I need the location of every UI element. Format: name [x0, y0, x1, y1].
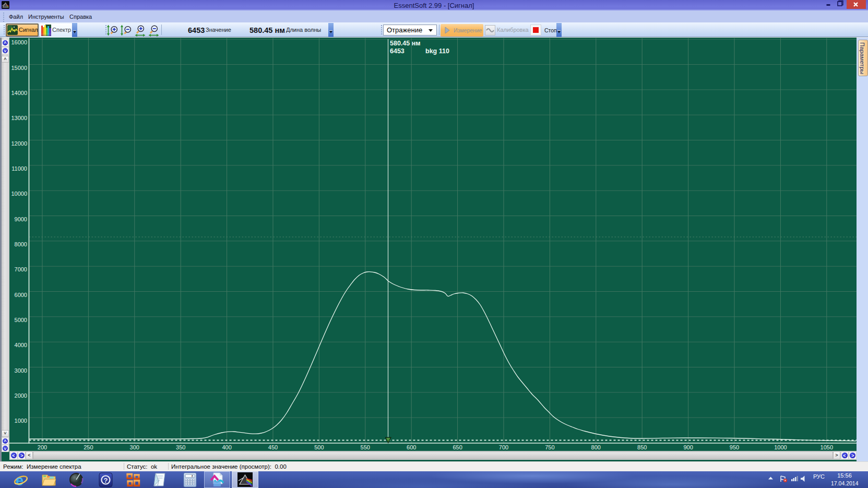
svg-text:11000: 11000 — [11, 165, 27, 172]
svg-text:10000: 10000 — [11, 191, 27, 197]
svg-text:600: 600 — [407, 444, 416, 450]
svg-text:e: e — [16, 473, 23, 487]
svg-text:12000: 12000 — [11, 140, 27, 147]
svg-text:200: 200 — [38, 444, 47, 450]
svg-text:450: 450 — [268, 444, 278, 450]
svg-text:5000: 5000 — [15, 317, 27, 323]
svg-text:700: 700 — [499, 444, 508, 450]
svg-text:580.45 нм: 580.45 нм — [390, 40, 421, 47]
svg-text:1000: 1000 — [774, 444, 787, 450]
svg-text:6000: 6000 — [15, 292, 27, 298]
svg-text:4000: 4000 — [15, 342, 27, 348]
svg-text:300: 300 — [130, 444, 139, 450]
svg-text:13000: 13000 — [11, 115, 27, 121]
svg-text:bkg 110: bkg 110 — [425, 47, 449, 55]
svg-text:7000: 7000 — [15, 266, 27, 272]
svg-text:750: 750 — [545, 444, 554, 450]
svg-text:?: ? — [104, 477, 108, 484]
svg-text:400: 400 — [222, 444, 231, 450]
svg-text:950: 950 — [730, 444, 739, 450]
svg-text:9000: 9000 — [15, 216, 27, 222]
svg-text:550: 550 — [361, 444, 370, 450]
svg-text:500: 500 — [314, 444, 324, 450]
svg-text:250: 250 — [84, 444, 93, 450]
svg-text:3000: 3000 — [15, 367, 27, 374]
svg-text:6453: 6453 — [390, 47, 405, 55]
svg-text:650: 650 — [453, 444, 462, 450]
svg-text:14000: 14000 — [11, 90, 27, 96]
svg-text:1050: 1050 — [821, 444, 833, 450]
svg-text:350: 350 — [176, 444, 185, 450]
svg-text:900: 900 — [683, 444, 693, 450]
svg-text:8000: 8000 — [15, 241, 27, 247]
svg-text:1000: 1000 — [15, 418, 27, 424]
svg-text:850: 850 — [637, 444, 647, 450]
svg-text:15000: 15000 — [11, 65, 27, 71]
svg-text:2000: 2000 — [15, 392, 27, 399]
svg-text:16000: 16000 — [11, 39, 27, 45]
svg-text:800: 800 — [591, 444, 601, 450]
